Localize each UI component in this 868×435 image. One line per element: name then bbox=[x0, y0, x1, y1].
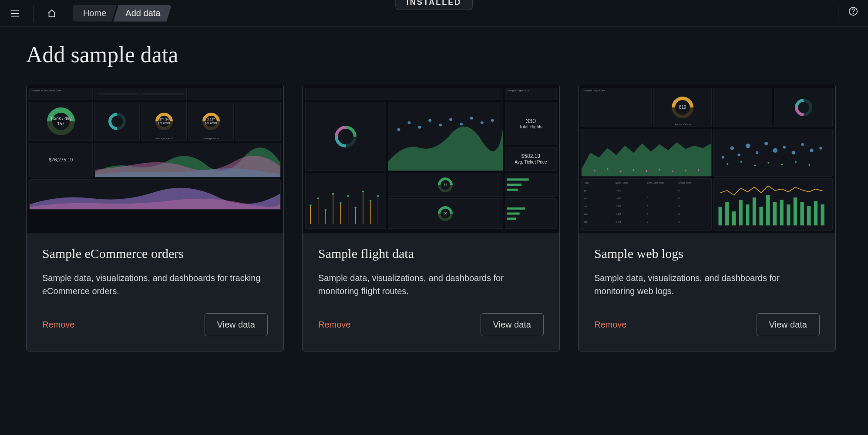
svg-point-64 bbox=[754, 164, 756, 166]
divider bbox=[838, 6, 838, 22]
stat-value: $76,275.19 bbox=[49, 157, 73, 162]
stat-value: 2.127 bbox=[207, 118, 215, 121]
stat-label: per order bbox=[158, 121, 170, 124]
card-description: Sample data, visualizations, and dashboa… bbox=[42, 271, 268, 298]
svg-point-53 bbox=[746, 144, 750, 148]
svg-point-66 bbox=[781, 164, 783, 165]
breadcrumb: Home Add data bbox=[73, 5, 172, 22]
svg-point-5 bbox=[397, 128, 400, 131]
help-icon[interactable] bbox=[846, 4, 860, 18]
svg-rect-71 bbox=[732, 211, 736, 225]
card-ecommerce: INSTALLED Sample eCommerce Data Trxns / … bbox=[26, 85, 284, 351]
divider bbox=[33, 5, 34, 22]
svg-point-33 bbox=[347, 195, 349, 197]
svg-point-62 bbox=[727, 163, 729, 165]
breadcrumb-add-data[interactable]: Add data bbox=[113, 5, 172, 22]
svg-point-63 bbox=[740, 161, 742, 163]
svg-rect-15 bbox=[507, 178, 528, 181]
dashboard-thumbnail: Sample eCommerce Data Trxns / day157 $74… bbox=[29, 88, 281, 230]
svg-point-54 bbox=[756, 151, 759, 154]
card-weblogs: INSTALLED Sample Logs Data 819Unique Vis… bbox=[578, 85, 836, 351]
svg-point-13 bbox=[480, 121, 483, 124]
remove-button[interactable]: Remove bbox=[42, 320, 74, 330]
breadcrumb-home[interactable]: Home bbox=[73, 5, 117, 22]
svg-point-50 bbox=[722, 156, 724, 158]
svg-rect-70 bbox=[726, 202, 729, 226]
stat-value: 819 bbox=[679, 105, 686, 110]
breadcrumb-label: Add data bbox=[125, 8, 160, 18]
svg-rect-84 bbox=[821, 204, 824, 225]
svg-point-6 bbox=[407, 121, 410, 124]
svg-rect-17 bbox=[507, 189, 518, 191]
svg-point-12 bbox=[470, 117, 473, 119]
stat-label: Total Flights bbox=[519, 124, 542, 129]
svg-rect-16 bbox=[507, 184, 521, 186]
page-title: Add sample data bbox=[0, 27, 868, 85]
stat-value: 330 bbox=[526, 117, 536, 124]
svg-point-8 bbox=[428, 119, 431, 122]
remove-button[interactable]: Remove bbox=[594, 320, 626, 330]
svg-point-10 bbox=[449, 118, 452, 121]
svg-point-29 bbox=[317, 197, 319, 199]
card-actions: Remove View data bbox=[318, 313, 544, 336]
stat-value: $74.34 bbox=[159, 118, 168, 121]
stat-label: Avg. Ticket Price bbox=[515, 160, 547, 164]
svg-point-58 bbox=[792, 151, 795, 154]
stat-label: Unique Visitors bbox=[674, 123, 691, 126]
top-bar-right bbox=[835, 4, 860, 23]
remove-button[interactable]: Remove bbox=[318, 320, 350, 330]
svg-rect-39 bbox=[507, 212, 519, 214]
svg-rect-77 bbox=[773, 202, 777, 226]
svg-point-36 bbox=[370, 200, 372, 201]
stat-value: 74 bbox=[444, 183, 447, 187]
svg-rect-74 bbox=[753, 197, 756, 225]
svg-point-35 bbox=[362, 191, 364, 192]
view-data-button[interactable]: View data bbox=[481, 313, 544, 336]
svg-point-57 bbox=[783, 146, 786, 148]
svg-point-46 bbox=[659, 169, 660, 171]
card-preview: Sample Logs Data 819Unique Visitors Type… bbox=[579, 85, 835, 233]
svg-rect-69 bbox=[719, 207, 722, 225]
card-preview: Sample Flight data 330Total Flights $582… bbox=[303, 85, 559, 233]
svg-rect-82 bbox=[807, 206, 811, 225]
card-description: Sample data, visualizations, and dashboa… bbox=[594, 271, 820, 298]
svg-rect-75 bbox=[760, 207, 763, 225]
stat-value: 50 bbox=[444, 211, 447, 216]
home-icon[interactable] bbox=[45, 7, 59, 20]
menu-icon[interactable] bbox=[8, 7, 22, 20]
svg-point-56 bbox=[773, 148, 777, 153]
view-data-button[interactable]: View data bbox=[757, 313, 820, 336]
svg-point-65 bbox=[768, 162, 770, 164]
card-title: Sample flight data bbox=[318, 246, 544, 261]
svg-point-49 bbox=[698, 169, 700, 171]
svg-rect-72 bbox=[739, 200, 743, 225]
svg-point-30 bbox=[325, 209, 327, 211]
svg-point-42 bbox=[607, 168, 609, 170]
view-data-button[interactable]: View data bbox=[205, 313, 268, 336]
svg-point-47 bbox=[672, 171, 673, 172]
card-body: Sample web logs Sample data, visualizati… bbox=[579, 233, 835, 351]
breadcrumb-label: Home bbox=[83, 8, 106, 18]
svg-point-28 bbox=[310, 204, 312, 206]
stat-value: $582.13 bbox=[521, 153, 540, 159]
svg-point-51 bbox=[730, 146, 734, 150]
svg-point-9 bbox=[439, 124, 442, 126]
svg-point-45 bbox=[646, 170, 647, 172]
svg-point-41 bbox=[594, 170, 595, 171]
svg-point-34 bbox=[354, 207, 357, 208]
svg-point-67 bbox=[795, 161, 797, 163]
svg-point-60 bbox=[810, 149, 814, 152]
stat-label: Trxns / day bbox=[50, 116, 71, 121]
svg-point-32 bbox=[340, 202, 342, 204]
card-body: Sample flight data Sample data, visualiz… bbox=[303, 233, 559, 351]
svg-rect-83 bbox=[814, 201, 818, 225]
svg-rect-40 bbox=[507, 218, 516, 220]
card-description: Sample data, visualizations, and dashboa… bbox=[318, 271, 544, 298]
card-title: Sample eCommerce orders bbox=[42, 246, 268, 261]
svg-point-4 bbox=[853, 13, 854, 13]
svg-rect-73 bbox=[746, 204, 750, 225]
svg-rect-76 bbox=[767, 195, 770, 226]
card-actions: Remove View data bbox=[594, 313, 820, 336]
svg-point-31 bbox=[332, 193, 334, 195]
svg-rect-79 bbox=[787, 204, 791, 225]
